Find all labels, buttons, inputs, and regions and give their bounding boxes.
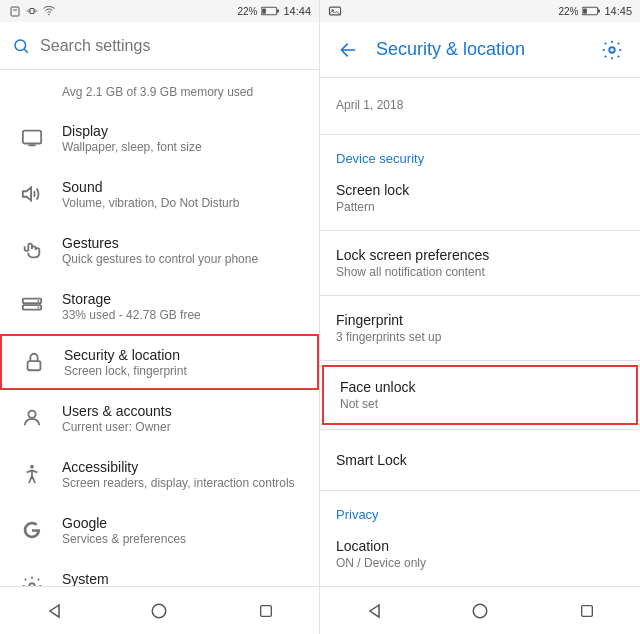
storage-subtitle: 33% used - 42.78 GB free [62, 308, 303, 322]
system-icon [21, 575, 43, 586]
sim-icon [8, 5, 22, 17]
detail-smart-lock[interactable]: Smart Lock [320, 434, 640, 486]
image-icon [328, 6, 342, 16]
google-text: Google Services & preferences [62, 515, 303, 546]
right-panel: 22% 14:45 Security & location April 1, 2… [320, 0, 640, 634]
svg-rect-1 [13, 10, 17, 11]
search-input[interactable] [40, 37, 307, 55]
battery-percent-left: 22% [237, 6, 257, 17]
settings-item-sound[interactable]: Sound Volume, vibration, Do Not Disturb [0, 166, 319, 222]
time-right: 14:45 [604, 5, 632, 17]
gear-button[interactable] [592, 30, 632, 70]
battery-icon-right [582, 6, 600, 16]
display-icon-wrap [16, 122, 48, 154]
device-security-label: Device security [320, 139, 640, 170]
svg-point-6 [15, 39, 26, 50]
back-nav-icon-right [364, 602, 382, 620]
search-bar[interactable] [0, 22, 319, 70]
back-button-right[interactable] [328, 30, 368, 70]
sound-icon [21, 183, 43, 205]
sound-subtitle: Volume, vibration, Do Not Disturb [62, 196, 303, 210]
users-title: Users & accounts [62, 403, 303, 419]
vibrate-icon [26, 5, 38, 17]
memory-text: Avg 2.1 GB of 3.9 GB memory used [62, 85, 253, 99]
fingerprint-title: Fingerprint [336, 312, 624, 328]
back-button-right-nav[interactable] [353, 591, 393, 631]
back-arrow-icon [338, 40, 358, 60]
settings-item-gestures[interactable]: Gestures Quick gestures to control your … [0, 222, 319, 278]
divider-top [320, 134, 640, 135]
gestures-icon-wrap [16, 234, 48, 266]
display-text: Display Wallpaper, sleep, font size [62, 123, 303, 154]
svg-rect-26 [598, 10, 600, 13]
storage-icon [21, 295, 43, 317]
svg-rect-27 [584, 8, 588, 13]
back-button-left[interactable] [33, 591, 73, 631]
gestures-text: Gestures Quick gestures to control your … [62, 235, 303, 266]
gestures-icon [21, 239, 43, 261]
recents-nav-icon-left [258, 603, 274, 619]
security-icon [23, 351, 45, 373]
home-nav-icon-left [150, 602, 168, 620]
detail-location[interactable]: Location ON / Device only [320, 526, 640, 582]
date-item: April 1, 2018 [320, 78, 640, 130]
divider-3 [320, 360, 640, 361]
security-subtitle: Screen lock, fingerprint [64, 364, 301, 378]
settings-item-display[interactable]: Display Wallpaper, sleep, font size [0, 110, 319, 166]
gestures-title: Gestures [62, 235, 303, 251]
svg-point-15 [38, 306, 40, 308]
location-title: Location [336, 538, 624, 554]
recents-button-left[interactable] [246, 591, 286, 631]
sound-text: Sound Volume, vibration, Do Not Disturb [62, 179, 303, 210]
security-title: Security & location [64, 347, 301, 363]
status-bar-left: 22% 14:44 [0, 0, 319, 22]
detail-lock-screen-prefs[interactable]: Lock screen preferences Show all notific… [320, 235, 640, 291]
svg-rect-5 [263, 8, 267, 13]
settings-item-system[interactable]: System Languages, time, backup, updates [0, 558, 319, 586]
svg-rect-31 [581, 605, 592, 616]
search-icon [12, 36, 30, 56]
users-icon [21, 407, 43, 429]
svg-point-18 [30, 465, 34, 469]
detail-screen-lock[interactable]: Screen lock Pattern [320, 170, 640, 226]
security-text: Security & location Screen lock, fingerp… [64, 347, 301, 378]
smart-lock-title: Smart Lock [336, 452, 624, 468]
svg-point-28 [609, 47, 615, 53]
users-subtitle: Current user: Owner [62, 420, 303, 434]
screen-lock-title: Screen lock [336, 182, 624, 198]
svg-point-21 [153, 604, 167, 618]
detail-fingerprint[interactable]: Fingerprint 3 fingerprints set up [320, 300, 640, 356]
recents-button-right[interactable] [567, 591, 607, 631]
home-button-left[interactable] [139, 591, 179, 631]
fingerprint-sub: 3 fingerprints set up [336, 330, 624, 344]
wifi-icon [42, 5, 56, 17]
google-icon [21, 519, 43, 541]
accessibility-text: Accessibility Screen readers, display, i… [62, 459, 303, 490]
privacy-label: Privacy [320, 495, 640, 526]
settings-item-users[interactable]: Users & accounts Current user: Owner [0, 390, 319, 446]
display-title: Display [62, 123, 303, 139]
date-text: April 1, 2018 [336, 98, 624, 112]
settings-item-security[interactable]: Security & location Screen lock, fingerp… [0, 334, 319, 390]
gestures-subtitle: Quick gestures to control your phone [62, 252, 303, 266]
memory-item: Avg 2.1 GB of 3.9 GB memory used [0, 74, 319, 110]
detail-face-unlock[interactable]: Face unlock Not set [322, 365, 638, 425]
settings-item-storage[interactable]: Storage 33% used - 42.78 GB free [0, 278, 319, 334]
accessibility-icon [21, 463, 43, 485]
svg-point-2 [48, 14, 50, 16]
svg-marker-29 [370, 605, 379, 617]
lock-prefs-title: Lock screen preferences [336, 247, 624, 263]
system-text: System Languages, time, backup, updates [62, 571, 303, 587]
svg-line-7 [24, 49, 27, 52]
svg-rect-22 [260, 605, 271, 616]
divider-5 [320, 490, 640, 491]
system-icon-wrap [16, 570, 48, 586]
lock-prefs-sub: Show all notification content [336, 265, 624, 279]
settings-item-accessibility[interactable]: Accessibility Screen readers, display, i… [0, 446, 319, 502]
svg-point-14 [38, 300, 40, 302]
storage-icon-wrap [16, 290, 48, 322]
settings-item-google[interactable]: Google Services & preferences [0, 502, 319, 558]
home-button-right[interactable] [460, 591, 500, 631]
battery-percent-right: 22% [558, 6, 578, 17]
time-left: 14:44 [283, 5, 311, 17]
